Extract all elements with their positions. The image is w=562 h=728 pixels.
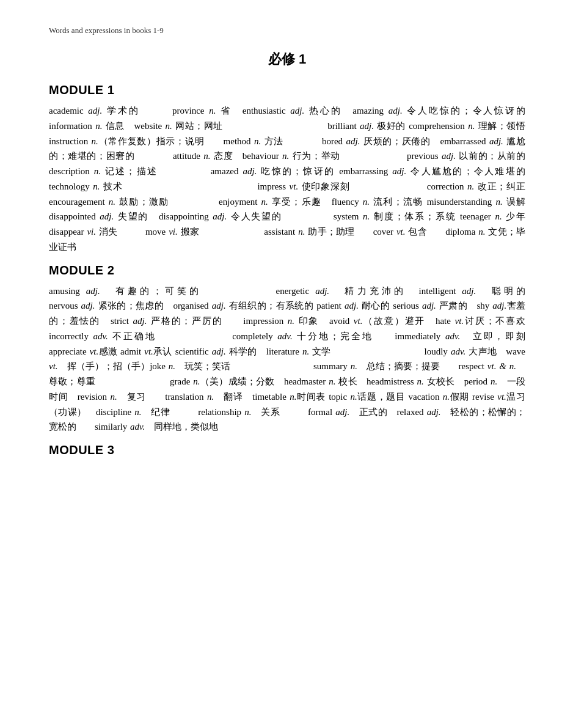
page-header: Words and expressions in books 1-9 xyxy=(49,24,525,37)
main-title: 必修 1 xyxy=(49,49,525,70)
module-section-module2: MODULE 2amusing adj. 有趣的；可笑的 energetic a… xyxy=(49,261,525,435)
module-title-module3: MODULE 3 xyxy=(49,441,525,460)
module-content-module2: amusing adj. 有趣的；可笑的 energetic adj. 精力充沛… xyxy=(49,284,525,435)
modules-container: MODULE 1academic adj. 学术的 province n. 省 … xyxy=(49,81,525,460)
header-label: Words and expressions in books 1-9 xyxy=(49,26,164,35)
module-section-module3: MODULE 3 xyxy=(49,441,525,460)
module-section-module1: MODULE 1academic adj. 学术的 province n. 省 … xyxy=(49,81,525,255)
module-content-module1: academic adj. 学术的 province n. 省 enthusia… xyxy=(49,103,525,255)
module-title-module2: MODULE 2 xyxy=(49,261,525,280)
module-title-module1: MODULE 1 xyxy=(49,81,525,100)
